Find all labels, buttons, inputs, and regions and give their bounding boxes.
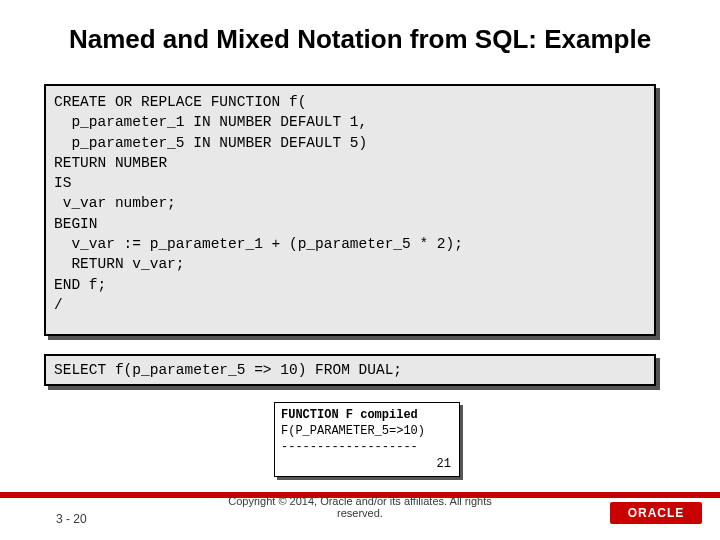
code-block-function: CREATE OR REPLACE FUNCTION f( p_paramete… bbox=[44, 84, 656, 336]
output-line-1: FUNCTION F compiled bbox=[281, 407, 453, 423]
code-block-select: SELECT f(p_parameter_5 => 10) FROM DUAL; bbox=[44, 354, 656, 386]
copyright-line-1: Copyright © 2014, Oracle and/or its affi… bbox=[228, 495, 491, 507]
output-line-3: ------------------- bbox=[281, 439, 453, 455]
output-line-2: F(P_PARAMETER_5=>10) bbox=[281, 423, 453, 439]
output-box: FUNCTION F compiled F(P_PARAMETER_5=>10)… bbox=[274, 402, 460, 477]
slide: Named and Mixed Notation from SQL: Examp… bbox=[0, 0, 720, 540]
slide-title: Named and Mixed Notation from SQL: Examp… bbox=[0, 24, 720, 55]
oracle-logo: ORACLE bbox=[610, 502, 702, 524]
output-line-4: 21 bbox=[281, 456, 453, 472]
